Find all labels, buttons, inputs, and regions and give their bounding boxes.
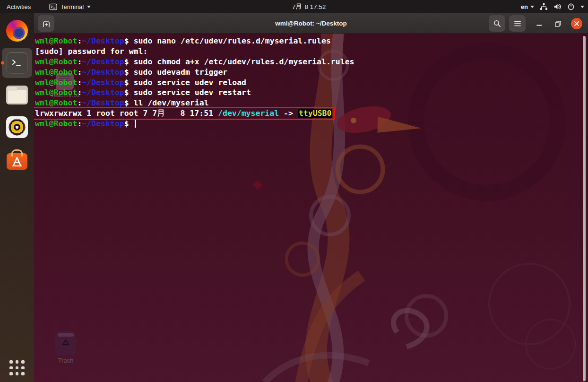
terminal-text-segment: ~/Desktop <box>82 119 124 128</box>
restore-button[interactable] <box>552 18 563 29</box>
terminal-text-segment: wml@Robot <box>35 98 77 107</box>
speaker-icon <box>553 3 562 10</box>
menu-button[interactable] <box>509 15 526 32</box>
dock-item-firefox[interactable] <box>2 16 32 46</box>
chevron-down-icon <box>580 6 584 8</box>
terminal-text-segment: $ <box>124 78 134 87</box>
terminal-line: wml@Robot:~/Desktop$ sudo chmod a+x /etc… <box>35 57 355 67</box>
terminal-line: wml@Robot:~/Desktop$ sudo nano /etc/udev… <box>35 36 355 46</box>
new-tab-button[interactable] <box>38 15 54 32</box>
terminal-text-segment: $ <box>124 68 134 77</box>
dock <box>0 13 34 382</box>
terminal-text-segment: ~/Desktop <box>82 57 124 66</box>
dock-item-ubuntu-software[interactable] <box>2 144 32 174</box>
terminal-text-segment: sudo service udev restart <box>134 88 251 97</box>
power-menu-button[interactable] <box>567 3 575 10</box>
volume-menu-button[interactable] <box>553 3 562 10</box>
hamburger-icon <box>514 20 521 27</box>
clock-button[interactable]: 7 8 17:52 <box>292 0 326 13</box>
terminal-text-segment: wml@Robot <box>35 57 77 66</box>
terminal-text-segment: ttyUSB0 <box>298 109 333 118</box>
minimize-icon <box>536 20 543 27</box>
terminal-titlebar[interactable]: wml@Robot: ~/Desktop <box>34 13 588 34</box>
terminal-app-icon <box>49 3 57 10</box>
files-icon <box>6 86 28 104</box>
terminal-screen-text: wml@Robot:~/Desktop$ sudo nano /etc/udev… <box>35 36 355 129</box>
terminal-text-segment: $ <box>124 88 134 97</box>
search-button[interactable] <box>489 15 505 32</box>
highlight-annotation-box: lrwxrwxrwx 1 root root 7 7 8 17:51 /dev/… <box>34 108 334 119</box>
terminal-text-segment: wml@Robot <box>35 78 77 87</box>
language-menu-button[interactable]: en <box>521 3 534 10</box>
trash-label: Trash <box>53 357 78 364</box>
terminal-text-segment: ~/Desktop <box>82 78 124 87</box>
terminal-line: wml@Robot:~/Desktop$ sudo service udev r… <box>35 78 355 88</box>
terminal-text-segment: ll /dev/myserial <box>134 98 209 107</box>
scrollbar[interactable] <box>583 36 586 381</box>
show-applications-button[interactable] <box>6 356 28 379</box>
recycle-icon <box>61 339 71 348</box>
terminal-text-segment: $ <box>124 119 134 128</box>
running-indicator-dot <box>1 61 4 65</box>
terminal-text-segment: sudo chmod a+x /etc/udev/rules.d/myseria… <box>134 57 355 66</box>
trash-icon[interactable]: Trash <box>53 331 78 364</box>
terminal-text-segment: -> <box>279 109 298 118</box>
top-bar: Activities Terminal 7 8 17:52 en <box>0 0 588 13</box>
terminal-screen[interactable]: readme.txt Trash wml@Robot:~/Desktop$ su… <box>34 34 588 382</box>
terminal-line: wml@Robot:~/Desktop$ sudo udevadm trigge… <box>35 67 355 78</box>
ubuntu-software-icon <box>7 153 27 170</box>
terminal-text-segment: : <box>77 57 82 66</box>
rhythmbox-icon <box>6 116 28 138</box>
search-icon <box>493 19 502 28</box>
firefox-icon <box>6 20 28 42</box>
terminal-text-segment: ~/Desktop <box>82 98 124 107</box>
terminal-line: wml@Robot:~/Desktop$ ll /dev/myserial <box>35 98 355 108</box>
minimize-button[interactable] <box>534 18 545 29</box>
terminal-text-segment: wml@Robot <box>35 36 77 45</box>
terminal-text-segment: ~/Desktop <box>82 88 124 97</box>
terminal-text-segment: ~/Desktop <box>82 68 124 77</box>
new-tab-icon <box>42 19 51 28</box>
terminal-text-segment: : <box>77 119 82 128</box>
terminal-text-segment: wml@Robot <box>35 119 77 128</box>
terminal-text-segment: : <box>77 36 82 45</box>
close-button[interactable] <box>571 18 582 29</box>
dock-item-terminal[interactable] <box>2 48 32 78</box>
terminal-text-segment: : <box>77 68 82 77</box>
system-status-area: en <box>521 0 584 13</box>
terminal-text-segment: ~/Desktop <box>82 36 124 45</box>
clock-label: 7 8 17:52 <box>292 3 326 10</box>
app-menu-label: Terminal <box>61 3 84 10</box>
terminal-text-segment: sudo service udev reload <box>134 78 246 87</box>
terminal-text-segment: wml@Robot <box>35 68 77 77</box>
terminal-icon <box>6 52 28 74</box>
chevron-down-icon <box>530 6 534 8</box>
terminal-text-segment: sudo nano /etc/udev/rules.d/myserial.rul… <box>134 36 331 45</box>
terminal-text-segment: wml@Robot <box>35 88 77 97</box>
terminal-text-segment: /dev/myserial <box>218 109 279 118</box>
activities-button[interactable]: Activities <box>7 0 31 13</box>
terminal-text-segment: lrwxrwxrwx 1 root root 7 7 8 17:51 <box>35 109 218 118</box>
activities-label: Activities <box>7 3 31 10</box>
restore-icon <box>554 20 562 27</box>
app-menu-button[interactable]: Terminal <box>49 0 91 13</box>
dock-item-rhythmbox[interactable] <box>2 112 32 142</box>
dock-item-files[interactable] <box>2 80 32 110</box>
terminal-text-segment: : <box>77 78 82 87</box>
terminal-text-segment: sudo udevadm trigger <box>134 68 228 77</box>
terminal-line: wml@Robot:~/Desktop$ sudo service udev r… <box>35 87 355 98</box>
chevron-down-icon <box>87 6 91 8</box>
terminal-line: wml@Robot:~/Desktop$ <box>35 119 355 129</box>
terminal-cursor <box>135 120 136 128</box>
grid-icon <box>9 360 25 375</box>
close-icon <box>574 21 579 26</box>
terminal-text-segment: $ <box>124 36 134 45</box>
terminal-text-segment: $ <box>124 57 134 66</box>
terminal-window: wml@Robot: ~/Desktop <box>34 13 588 382</box>
system-menu-button[interactable] <box>580 6 584 8</box>
terminal-line: lrwxrwxrwx 1 root root 7 7 8 17:51 /dev/… <box>35 108 355 119</box>
terminal-line: [sudo] password for wml: <box>35 46 355 57</box>
trash-can <box>55 331 76 355</box>
network-menu-button[interactable] <box>540 3 548 10</box>
terminal-text-segment: : <box>77 88 82 97</box>
